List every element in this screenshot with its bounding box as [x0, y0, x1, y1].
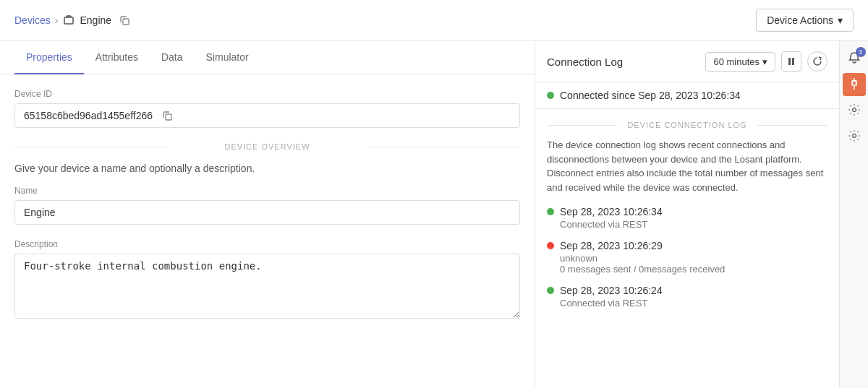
log-detail-1a: unknown — [547, 253, 827, 264]
device-overview-divider: DEVICE OVERVIEW — [14, 142, 520, 151]
left-panel: Properties Attributes Data Simulator Dev… — [0, 41, 535, 388]
tab-properties[interactable]: Properties — [14, 41, 84, 74]
pause-button[interactable] — [781, 51, 801, 72]
log-dot-2 — [547, 287, 554, 294]
log-dot-1 — [547, 242, 554, 249]
log-entry-header: Sep 28, 2023 10:26:24 — [547, 285, 827, 296]
connection-status-bar: Connected since Sep 28, 2023 10:26:34 — [535, 82, 839, 109]
name-input[interactable] — [14, 200, 520, 225]
plug-icon — [848, 77, 861, 92]
breadcrumb-current: Engine — [80, 14, 111, 26]
name-group: Name — [14, 186, 520, 225]
connection-status-text: Connected since Sep 28, 2023 10:26:34 — [560, 90, 741, 101]
log-detail-1b: 0 messages sent / 0messages received — [547, 264, 827, 275]
breadcrumb-devices-link[interactable]: Devices — [14, 14, 51, 26]
tab-attributes[interactable]: Attributes — [84, 41, 150, 74]
device-id-label: Device ID — [14, 89, 520, 99]
chevron-down-icon: ▾ — [762, 56, 767, 67]
connection-log-description: The device connection log shows recent c… — [547, 138, 827, 194]
right-sidebar: 3 — [839, 41, 868, 388]
device-connection-log-title: DEVICE CONNECTION LOG — [547, 121, 827, 129]
log-detail-0: Connected via REST — [547, 219, 827, 230]
svg-point-16 — [852, 134, 856, 137]
connection-log-controls: 60 minutes ▾ — [705, 51, 827, 72]
connection-sidebar-button[interactable] — [843, 73, 866, 96]
device-actions-button[interactable]: Device Actions ▾ — [756, 9, 854, 32]
notifications-sidebar-button[interactable]: 3 — [843, 47, 866, 70]
description-group: Description — [14, 239, 520, 321]
gear2-icon — [848, 129, 861, 145]
svg-rect-5 — [123, 19, 129, 25]
description-textarea[interactable] — [14, 254, 520, 319]
connection-log-header: Connection Log 60 minutes ▾ — [535, 41, 839, 82]
time-range-value: 60 minutes — [713, 56, 760, 67]
device-id-text: 65158c6bed96ad1455eff266 — [24, 110, 153, 121]
settings2-sidebar-button[interactable] — [843, 125, 866, 148]
svg-rect-0 — [64, 17, 73, 24]
right-content: DEVICE CONNECTION LOG The device connect… — [535, 109, 839, 388]
svg-rect-7 — [788, 58, 791, 65]
right-panel: Connection Log 60 minutes ▾ — [535, 41, 839, 388]
device-icon — [62, 14, 75, 27]
log-entry: Sep 28, 2023 10:26:24 Connected via REST — [547, 285, 827, 309]
breadcrumb: Devices › Engine — [14, 14, 130, 27]
log-detail-2: Connected via REST — [547, 298, 827, 309]
name-label: Name — [14, 186, 520, 196]
log-time-2: Sep 28, 2023 10:26:24 — [560, 285, 663, 296]
log-time-1: Sep 28, 2023 10:26:29 — [560, 240, 663, 251]
log-time-0: Sep 28, 2023 10:26:34 — [560, 206, 663, 217]
device-overview-desc: Give your device a name and optionally a… — [14, 163, 520, 174]
settings1-sidebar-button[interactable] — [843, 99, 866, 122]
svg-rect-8 — [792, 58, 794, 65]
main-layout: Properties Attributes Data Simulator Dev… — [0, 41, 868, 388]
log-entry: Sep 28, 2023 10:26:34 Connected via REST — [547, 206, 827, 230]
log-entry-header: Sep 28, 2023 10:26:34 — [547, 206, 827, 217]
device-id-field: 65158c6bed96ad1455eff266 — [14, 103, 520, 128]
time-range-dropdown[interactable]: 60 minutes ▾ — [705, 52, 775, 72]
svg-point-15 — [852, 108, 856, 111]
right-wrapper: Connection Log 60 minutes ▾ — [535, 41, 868, 388]
chevron-down-icon: ▾ — [838, 14, 843, 26]
header: Devices › Engine Device Actions ▾ — [0, 0, 868, 41]
log-dot-0 — [547, 208, 554, 215]
log-entry-header: Sep 28, 2023 10:26:29 — [547, 240, 827, 251]
device-id-group: Device ID 65158c6bed96ad1455eff266 — [14, 89, 520, 128]
connected-status-dot — [547, 92, 554, 99]
description-label: Description — [14, 239, 520, 249]
tab-simulator[interactable]: Simulator — [195, 41, 260, 74]
log-entry: Sep 28, 2023 10:26:29 unknown 0 messages… — [547, 240, 827, 275]
copy-device-name-icon[interactable] — [119, 14, 130, 26]
notification-badge: 3 — [856, 47, 866, 57]
tabs-bar: Properties Attributes Data Simulator — [0, 41, 535, 74]
gear-icon — [848, 103, 861, 118]
breadcrumb-separator: › — [55, 14, 59, 26]
svg-rect-6 — [166, 114, 171, 120]
refresh-button[interactable] — [807, 51, 827, 72]
connection-log-title: Connection Log — [547, 56, 623, 68]
device-connection-log-section: DEVICE CONNECTION LOG The device connect… — [547, 121, 827, 309]
left-content: Device ID 65158c6bed96ad1455eff266 DEVIC… — [0, 74, 535, 350]
copy-device-id-icon[interactable] — [161, 110, 173, 121]
tab-data[interactable]: Data — [150, 41, 195, 74]
